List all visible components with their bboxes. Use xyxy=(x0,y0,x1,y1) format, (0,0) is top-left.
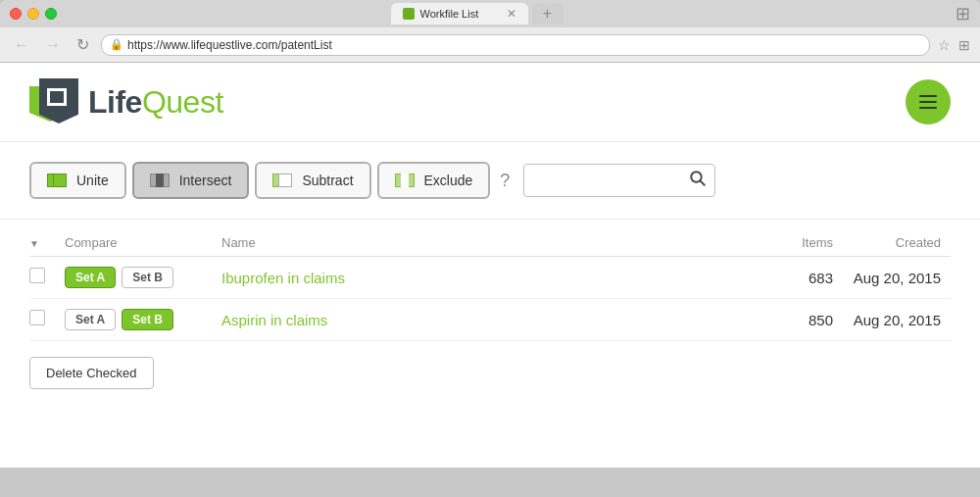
bottom-bar xyxy=(0,468,980,483)
logo-icon xyxy=(29,78,84,125)
row2-check-col xyxy=(29,310,65,329)
logo-life: Life xyxy=(88,84,142,120)
browser-tab[interactable]: Workfile List ✕ xyxy=(391,3,528,25)
data-table: ▼ Compare Name Items Created Set A Set B… xyxy=(0,220,980,399)
address-input[interactable] xyxy=(127,38,921,52)
hamburger-icon xyxy=(919,95,937,109)
help-icon[interactable]: ? xyxy=(500,171,510,191)
unite-sq2 xyxy=(53,174,67,187)
delete-checked-button[interactable]: Delete Checked xyxy=(29,357,154,389)
titlebar: Workfile List ✕ + ⊞ xyxy=(0,0,980,27)
search-input[interactable] xyxy=(532,173,689,188)
row1-created: Aug 20, 2015 xyxy=(833,270,951,286)
row1-checkbox[interactable] xyxy=(29,268,45,283)
tab-close-btn[interactable]: ✕ xyxy=(507,7,516,21)
svg-line-1 xyxy=(701,181,705,185)
row2-name[interactable]: Aspirin in claims xyxy=(221,312,755,328)
row1-set-a-button[interactable]: Set A xyxy=(65,267,116,288)
header-items: Items xyxy=(755,235,833,250)
subtract-icon xyxy=(272,172,294,189)
new-tab-btn[interactable]: + xyxy=(543,5,552,23)
logo-quest: Quest xyxy=(142,84,223,120)
hamburger-line-3 xyxy=(919,107,937,109)
header-check-col: ▼ xyxy=(29,235,65,250)
row2-items: 850 xyxy=(755,312,833,328)
search-container xyxy=(523,164,715,197)
exclude-label: Exclude xyxy=(424,173,473,188)
row1-name[interactable]: Ibuprofen in claims xyxy=(221,270,755,286)
row1-set-b-button[interactable]: Set B xyxy=(122,267,173,288)
page-header: LifeQuest xyxy=(0,63,980,142)
unite-button[interactable]: Unite xyxy=(29,162,126,199)
row1-check-col xyxy=(29,268,65,287)
unite-label: Unite xyxy=(76,173,109,188)
main-page: LifeQuest Unite Intersect xyxy=(0,63,980,468)
row2-set-b-button[interactable]: Set B xyxy=(122,309,173,330)
browser-chrome: Workfile List ✕ + ⊞ ← → ↻ 🔒 ☆ ⊞ xyxy=(0,0,980,63)
nav-bar: ← → ↻ 🔒 ☆ ⊞ xyxy=(0,27,980,63)
header-compare: Compare xyxy=(65,235,221,250)
subtract-sq2 xyxy=(278,174,292,187)
intersect-button[interactable]: Intersect xyxy=(132,162,250,199)
tab-label: Workfile List xyxy=(420,8,479,20)
header-created: Created xyxy=(833,235,951,250)
exclude-overlap xyxy=(401,174,409,187)
intersect-overlap xyxy=(156,174,164,187)
hamburger-line-1 xyxy=(919,95,937,97)
intersect-icon xyxy=(150,172,172,189)
row2-set-a-button[interactable]: Set A xyxy=(65,309,116,330)
row2-checkbox[interactable] xyxy=(29,310,45,325)
window-controls-icon: ⊞ xyxy=(956,4,970,24)
logo: LifeQuest xyxy=(29,78,223,125)
header-name: Name xyxy=(221,235,755,250)
lock-icon: 🔒 xyxy=(110,38,123,51)
unite-icon xyxy=(47,172,69,189)
row2-created: Aug 20, 2015 xyxy=(833,312,951,328)
address-bar-container: 🔒 xyxy=(101,34,930,56)
bookmark-icon[interactable]: ☆ xyxy=(938,37,951,53)
search-button[interactable] xyxy=(689,170,707,191)
forward-button[interactable]: → xyxy=(41,35,65,55)
logo-inner-square xyxy=(47,88,67,106)
operations-toolbar: Unite Intersect Subtract Exclude xyxy=(0,142,980,220)
table-row: Set A Set B Ibuprofen in claims 683 Aug … xyxy=(29,257,951,299)
extensions-icon[interactable]: ⊞ xyxy=(958,37,970,53)
tab-favicon xyxy=(403,8,415,20)
exclude-icon xyxy=(395,172,416,189)
row1-items: 683 xyxy=(755,270,833,286)
table-row: Set A Set B Aspirin in claims 850 Aug 20… xyxy=(29,299,951,341)
row2-compare-cell: Set A Set B xyxy=(65,309,221,330)
intersect-label: Intersect xyxy=(179,173,232,188)
refresh-button[interactable]: ↻ xyxy=(73,35,93,55)
back-button[interactable]: ← xyxy=(10,35,33,55)
subtract-label: Subtract xyxy=(302,173,353,188)
hamburger-line-2 xyxy=(919,101,937,103)
sort-arrow-icon[interactable]: ▼ xyxy=(29,238,39,249)
exclude-button[interactable]: Exclude xyxy=(377,162,491,199)
logo-text: LifeQuest xyxy=(88,84,223,121)
table-header: ▼ Compare Name Items Created xyxy=(29,229,951,257)
nav-icons: ☆ ⊞ xyxy=(938,37,970,53)
hamburger-menu-button[interactable] xyxy=(906,79,951,124)
subtract-button[interactable]: Subtract xyxy=(255,162,370,199)
row1-compare-cell: Set A Set B xyxy=(65,267,221,288)
